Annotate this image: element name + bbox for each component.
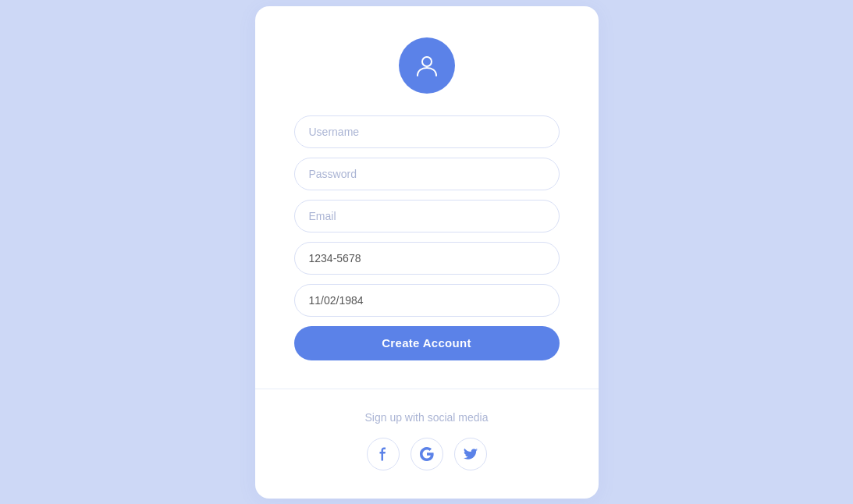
twitter-icon — [464, 447, 478, 461]
avatar — [399, 37, 455, 94]
card-bottom-section: Sign up with social media — [255, 389, 599, 499]
facebook-icon — [376, 447, 390, 461]
username-input[interactable] — [294, 115, 560, 148]
svg-point-0 — [422, 57, 432, 66]
dob-input[interactable] — [294, 284, 560, 317]
password-input[interactable] — [294, 158, 560, 190]
form-fields: Create Account — [294, 115, 560, 360]
email-input[interactable] — [294, 200, 560, 232]
social-signup-label: Sign up with social media — [365, 411, 489, 424]
card-top-section: Create Account — [255, 6, 599, 389]
create-account-button[interactable]: Create Account — [294, 326, 560, 360]
facebook-button[interactable] — [367, 438, 400, 470]
google-button[interactable] — [411, 438, 443, 470]
user-icon — [413, 51, 441, 80]
google-icon — [420, 447, 434, 461]
phone-input[interactable] — [294, 242, 560, 275]
social-icons-group — [367, 438, 487, 470]
twitter-button[interactable] — [454, 438, 487, 470]
signup-card: Create Account Sign up with social media — [255, 6, 599, 499]
